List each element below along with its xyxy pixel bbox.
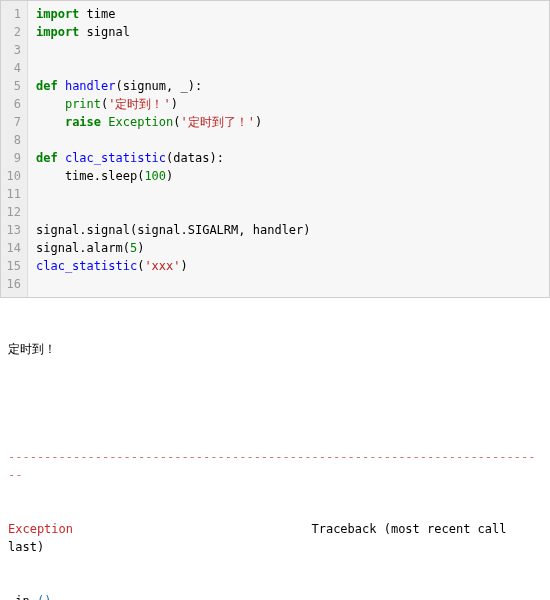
- line-number: 3: [5, 41, 21, 59]
- line-number: 16: [5, 275, 21, 293]
- line-number: 9: [5, 149, 21, 167]
- traceback-separator: ----------------------------------------…: [8, 448, 542, 484]
- exception-class: Exception: [8, 522, 73, 536]
- line-number: 1: [5, 5, 21, 23]
- line-number: 8: [5, 131, 21, 149]
- code-cell: 12345678910111213141516 import time impo…: [0, 0, 550, 298]
- output-area: 定时到！ -----------------------------------…: [0, 298, 550, 600]
- traceback-frames: in () 13 signal.signal(signal.SIGALRM, h…: [8, 592, 542, 600]
- blank-line: [8, 394, 542, 412]
- line-number-gutter: 12345678910111213141516: [1, 1, 28, 297]
- line-number: 11: [5, 185, 21, 203]
- stdout-line: 定时到！: [8, 340, 542, 358]
- line-number: 5: [5, 77, 21, 95]
- line-number: 10: [5, 167, 21, 185]
- traceback-frame-header: in (): [8, 592, 542, 600]
- line-number: 15: [5, 257, 21, 275]
- line-number: 14: [5, 239, 21, 257]
- in-text: in: [8, 594, 37, 600]
- traceback-header-spacer: [73, 522, 311, 536]
- frame-args: (): [37, 594, 51, 600]
- line-number: 4: [5, 59, 21, 77]
- line-number: 12: [5, 203, 21, 221]
- line-number: 7: [5, 113, 21, 131]
- traceback-header-line: Exception Traceback (most recent call la…: [8, 520, 542, 556]
- code-content[interactable]: import time import signal def handler(si…: [28, 1, 319, 297]
- line-number: 13: [5, 221, 21, 239]
- line-number: 2: [5, 23, 21, 41]
- line-number: 6: [5, 95, 21, 113]
